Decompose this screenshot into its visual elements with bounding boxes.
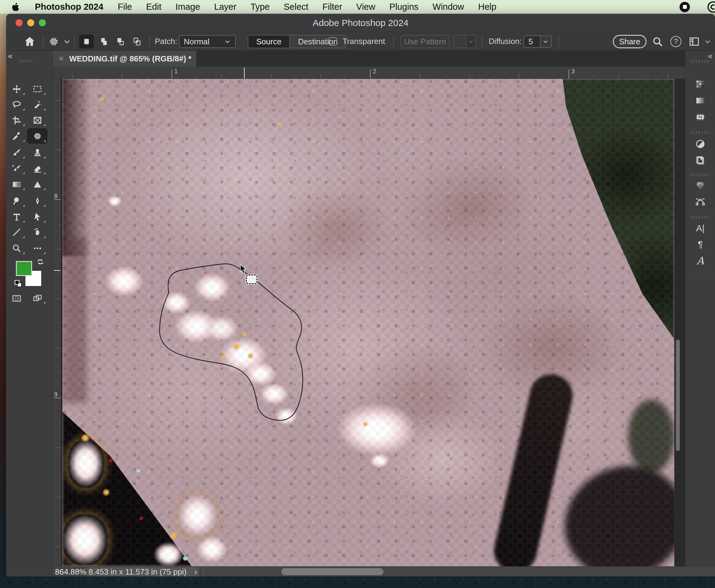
panel-grip[interactable]: [691, 173, 709, 176]
patch-tool-selected[interactable]: [27, 129, 47, 143]
patch-label: Patch:: [155, 32, 177, 51]
eyedropper-tool[interactable]: [7, 129, 26, 143]
rotate-view-tool[interactable]: [27, 225, 47, 239]
patch-tool-preset[interactable]: [48, 32, 59, 51]
patterns-panel-button[interactable]: [694, 110, 707, 124]
pen-tool[interactable]: [27, 193, 47, 208]
transparent-checkbox[interactable]: [329, 32, 337, 51]
share-button[interactable]: Share: [613, 35, 647, 48]
foreground-color-swatch[interactable]: [16, 261, 32, 276]
use-pattern-button[interactable]: Use Pattern: [401, 35, 450, 48]
collapse-panels-button[interactable]: «: [708, 51, 712, 61]
brush-tool[interactable]: [7, 145, 26, 160]
menu-item-image[interactable]: Image: [168, 2, 207, 12]
menu-item-layer[interactable]: Layer: [207, 2, 243, 12]
tool-preset-chevron[interactable]: [63, 32, 71, 51]
screen-mode-button[interactable]: [27, 292, 47, 305]
desktop-wallpaper: [0, 576, 715, 588]
destination-button[interactable]: Destination: [289, 36, 346, 48]
screen-record-icon[interactable]: [679, 2, 690, 12]
panel-grip[interactable]: [691, 60, 709, 63]
zoom-level-field[interactable]: 864.88%: [55, 567, 86, 576]
character-panel-icon: A|: [696, 223, 704, 233]
canvas-image[interactable]: [62, 79, 674, 566]
vertical-scrollbar[interactable]: [676, 339, 680, 451]
collapse-tools-panel-button[interactable]: «: [8, 51, 12, 61]
document-tab[interactable]: × WEDDING.tif @ 865% (RGB/8#) *: [53, 51, 196, 67]
panel-grip[interactable]: [691, 216, 709, 219]
close-tab-icon[interactable]: ×: [59, 54, 64, 64]
paths-panel-button[interactable]: [694, 195, 707, 209]
move-tool[interactable]: [7, 82, 26, 96]
paragraph-panel-button[interactable]: ¶: [694, 237, 707, 251]
quick-mask-button[interactable]: [7, 292, 26, 305]
libraries-panel-button[interactable]: [694, 154, 707, 167]
adjustments-panel-button[interactable]: [694, 137, 707, 151]
patch-mode-dropdown[interactable]: Normal: [179, 35, 236, 48]
panel-grip[interactable]: [691, 131, 709, 134]
lasso-tool[interactable]: [7, 97, 26, 112]
search-button[interactable]: [652, 32, 663, 51]
history-brush-tool[interactable]: [7, 161, 26, 176]
zoom-tool[interactable]: [7, 241, 26, 255]
ruler-vertical[interactable]: 8 9: [53, 79, 61, 566]
new-selection-icon: [82, 37, 91, 46]
magic-wand-tool[interactable]: [27, 97, 47, 112]
pattern-picker-dropdown[interactable]: [453, 35, 476, 48]
selection-mode-intersect-button[interactable]: [130, 35, 144, 48]
selection-mode-subtract-button[interactable]: [113, 35, 128, 48]
clone-stamp-tool[interactable]: [27, 145, 47, 160]
menu-app-name[interactable]: Photoshop 2024: [27, 2, 111, 12]
document-info[interactable]: 8.453 in x 11.573 in (75 ppi) ›: [87, 567, 199, 576]
status-chevron-icon[interactable]: ›: [195, 567, 197, 577]
default-colors-icon[interactable]: [14, 279, 23, 288]
ruler-label: 3: [571, 68, 575, 75]
horizontal-scrollbar[interactable]: [281, 568, 384, 575]
help-button[interactable]: ?: [670, 32, 681, 51]
menu-item-type[interactable]: Type: [243, 2, 277, 12]
dodge-tool[interactable]: [7, 193, 26, 208]
gradients-panel-button[interactable]: [694, 94, 707, 107]
type-tool[interactable]: [7, 209, 26, 224]
rectangular-marquee-tool[interactable]: [27, 82, 47, 96]
workspace-button[interactable]: [689, 32, 700, 51]
line-tool[interactable]: [7, 225, 26, 239]
gradient-tool[interactable]: [7, 177, 26, 192]
swatches-panel-button[interactable]: [694, 77, 707, 91]
chevron-down-icon: [543, 39, 549, 45]
creative-cloud-icon[interactable]: [707, 1, 715, 13]
character-panel-button[interactable]: A|: [694, 222, 707, 235]
diffusion-dropdown-chevron[interactable]: [540, 36, 552, 48]
menu-item-file[interactable]: File: [111, 2, 139, 12]
selection-mode-new-button[interactable]: [79, 35, 94, 48]
menu-item-plugins[interactable]: Plugins: [382, 2, 425, 12]
source-button[interactable]: Source: [248, 36, 289, 48]
apple-menu-icon[interactable]: [11, 2, 20, 12]
home-button[interactable]: [24, 32, 36, 51]
menu-item-edit[interactable]: Edit: [139, 2, 168, 12]
selection-mode-add-button[interactable]: [97, 35, 111, 48]
options-overflow-chevron[interactable]: [704, 32, 711, 51]
menu-item-view[interactable]: View: [349, 2, 382, 12]
swap-colors-icon[interactable]: [36, 258, 45, 267]
tools-panel-grip[interactable]: [20, 60, 34, 62]
swatches-icon: [695, 79, 706, 89]
patch-cursor-icon: [246, 274, 258, 284]
path-selection-tool[interactable]: [27, 209, 47, 224]
ruler-horizontal[interactable]: 1 2 3: [61, 67, 685, 79]
eraser-tool[interactable]: [27, 161, 47, 176]
frame-tool[interactable]: [27, 113, 47, 127]
menu-item-filter[interactable]: Filter: [315, 2, 349, 12]
color-panel-button[interactable]: [694, 179, 707, 192]
diffusion-value-field[interactable]: 5: [524, 36, 541, 48]
crop-tool[interactable]: [7, 113, 26, 127]
canvas-viewport[interactable]: [61, 79, 685, 566]
color-wheel-icon: [695, 180, 706, 191]
menu-item-select[interactable]: Select: [277, 2, 315, 12]
menu-item-window[interactable]: Window: [425, 2, 471, 12]
workspace-icon: [689, 36, 700, 47]
edit-toolbar-button[interactable]: [27, 241, 47, 255]
menu-item-help[interactable]: Help: [471, 2, 503, 12]
glyphs-panel-button[interactable]: A: [694, 254, 707, 268]
triangle-shape-tool[interactable]: [27, 177, 47, 192]
